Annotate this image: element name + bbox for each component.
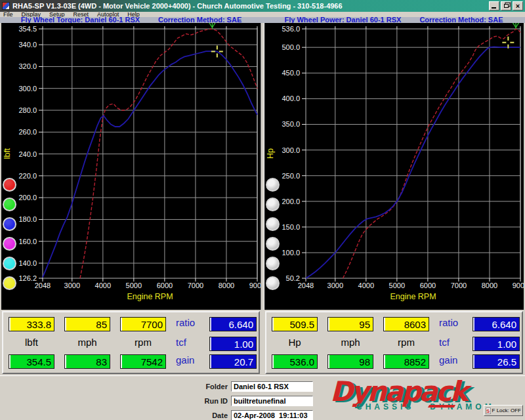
menu-file[interactable]: File — [3, 12, 13, 17]
charts-area: 20483000400050006000700080009000126.2140… — [0, 23, 525, 310]
svg-text:6000: 6000 — [420, 282, 436, 289]
svg-text:lbft: lbft — [3, 148, 12, 159]
torque-chart-title: Fly Wheel Torque: Daniel 60-1 RSX — [21, 17, 140, 23]
ratio-label: ratio — [176, 317, 206, 328]
svg-text:180.0: 180.0 — [18, 215, 37, 223]
ratio-value: 6.640 — [209, 317, 257, 331]
svg-text:354.5: 354.5 — [18, 25, 37, 33]
power-chart-header: Fly Wheel Power: Daniel 60-1 RSX Correct… — [262, 17, 525, 23]
gain-label: gain — [176, 354, 206, 366]
live-speed-value: 95 — [327, 317, 373, 331]
close-button[interactable]: × — [513, 1, 523, 10]
plot-select-button-red[interactable] — [3, 178, 16, 192]
folder-label: Folder — [165, 383, 231, 390]
svg-text:Engine RPM: Engine RPM — [390, 292, 436, 301]
svg-text:8000: 8000 — [482, 282, 497, 289]
keyboard-icon: S — [486, 408, 491, 414]
minimize-icon — [492, 7, 496, 9]
peak-torque-value: 354.5 — [9, 354, 54, 369]
svg-text:260.0: 260.0 — [18, 128, 37, 136]
peak-rpm-value: 7542 — [120, 354, 166, 369]
plot-select-button-right-4[interactable] — [266, 237, 280, 251]
svg-text:50.2: 50.2 — [286, 274, 300, 282]
svg-text:3000: 3000 — [64, 282, 80, 289]
plot-select-button-green[interactable] — [3, 198, 16, 211]
peak-speed-value: 83 — [64, 354, 110, 369]
svg-text:Engine RPM: Engine RPM — [127, 292, 173, 301]
svg-text:536.0: 536.0 — [282, 25, 300, 33]
torque-unit-label: lbft — [9, 337, 54, 350]
minimize-button[interactable] — [489, 1, 499, 10]
svg-text:240.0: 240.0 — [18, 150, 37, 158]
ratio-value: 6.640 — [472, 317, 520, 331]
svg-text:Hp: Hp — [266, 148, 275, 159]
app-icon — [2, 2, 10, 10]
reference-run-torque-curve — [43, 51, 257, 278]
plot-select-button-right-2[interactable] — [266, 198, 280, 211]
window-controls: × — [489, 1, 523, 10]
peak-rpm-value: 8852 — [383, 354, 429, 369]
svg-text:150.0: 150.0 — [282, 223, 300, 231]
speed-unit-label: mph — [64, 337, 110, 350]
svg-text:400.0: 400.0 — [282, 94, 300, 102]
app-window: RHA5-SP V1.3-03E (4WD - Motor Vehicle 20… — [0, 0, 525, 420]
f-lock-status: F Lock: OFF — [492, 408, 521, 413]
reference-run-power-curve — [306, 47, 520, 278]
speed-unit-label: mph — [327, 337, 373, 350]
plot-select-button-yellow[interactable] — [3, 276, 16, 290]
run-id-field[interactable] — [231, 396, 313, 406]
power-correction-method: Correction Method: SAE — [419, 17, 503, 23]
svg-text:4000: 4000 — [95, 282, 111, 289]
gain-label: gain — [439, 354, 469, 366]
plot-select-button-cyan[interactable] — [3, 257, 16, 270]
power-chart-title: Fly Wheel Power: Daniel 60-1 RSX — [284, 17, 401, 23]
svg-text:8000: 8000 — [219, 282, 234, 289]
svg-text:5000: 5000 — [389, 282, 405, 289]
gain-value: 20.7 — [209, 354, 257, 369]
chart-headers: Fly Wheel Torque: Daniel 60-1 RSX Correc… — [0, 17, 525, 23]
logo-swoosh — [428, 405, 455, 408]
svg-text:100.0: 100.0 — [282, 249, 300, 257]
plot-select-button-blue[interactable] — [3, 217, 16, 231]
restore-button[interactable] — [501, 1, 511, 10]
rpm-unit-label: rpm — [120, 337, 166, 350]
tcf-label: tcf — [176, 337, 206, 348]
torque-chart-header: Fly Wheel Torque: Daniel 60-1 RSX Correc… — [0, 17, 262, 23]
tcf-label: tcf — [439, 337, 469, 348]
power-chart: 2048300040005000600070008000900050.2100.… — [264, 23, 524, 310]
date-field[interactable] — [231, 410, 313, 420]
svg-text:9000: 9000 — [249, 282, 261, 289]
plot-select-button-right-3[interactable] — [266, 217, 280, 231]
power-readout-panel: 509.5 95 8603 Hp mph rpm 536.0 98 8852 r… — [265, 311, 523, 374]
live-power-value: 509.5 — [272, 317, 318, 331]
svg-text:280.0: 280.0 — [18, 106, 37, 114]
torque-chart: 20483000400050006000700080009000126.2140… — [1, 23, 261, 310]
live-speed-value: 85 — [64, 317, 110, 331]
svg-text:140.0: 140.0 — [18, 259, 37, 267]
peak-marker-icon — [209, 23, 215, 29]
close-icon: × — [516, 3, 520, 9]
svg-text:500.0: 500.0 — [282, 43, 300, 51]
power-unit-label: Hp — [272, 337, 318, 350]
svg-text:320.0: 320.0 — [18, 62, 37, 70]
svg-text:3000: 3000 — [327, 282, 343, 289]
folder-field[interactable] — [231, 381, 313, 392]
f-lock-button[interactable]: S F Lock: OFF — [484, 405, 523, 416]
plot-select-button-right-1[interactable] — [266, 178, 280, 192]
svg-text:5000: 5000 — [126, 282, 142, 289]
plot-select-button-right-6[interactable] — [266, 276, 280, 290]
peak-marker-icon — [513, 23, 519, 29]
plot-select-button-magenta[interactable] — [3, 237, 16, 251]
svg-text:4000: 4000 — [358, 282, 374, 289]
svg-text:2048: 2048 — [298, 282, 314, 289]
svg-text:2048: 2048 — [35, 282, 51, 289]
svg-text:350.0: 350.0 — [282, 120, 300, 128]
plot-select-button-right-5[interactable] — [266, 257, 280, 270]
date-label: Date — [165, 411, 231, 419]
peak-speed-value: 98 — [327, 354, 373, 369]
title-bar[interactable]: RHA5-SP V1.3-03E (4WD - Motor Vehicle 20… — [0, 0, 525, 12]
restore-icon — [504, 4, 509, 8]
svg-text:300.0: 300.0 — [282, 146, 300, 154]
tcf-value: 1.00 — [472, 337, 520, 351]
readout-area: 333.8 85 7700 lbft mph rpm 354.5 83 7542… — [0, 310, 525, 375]
